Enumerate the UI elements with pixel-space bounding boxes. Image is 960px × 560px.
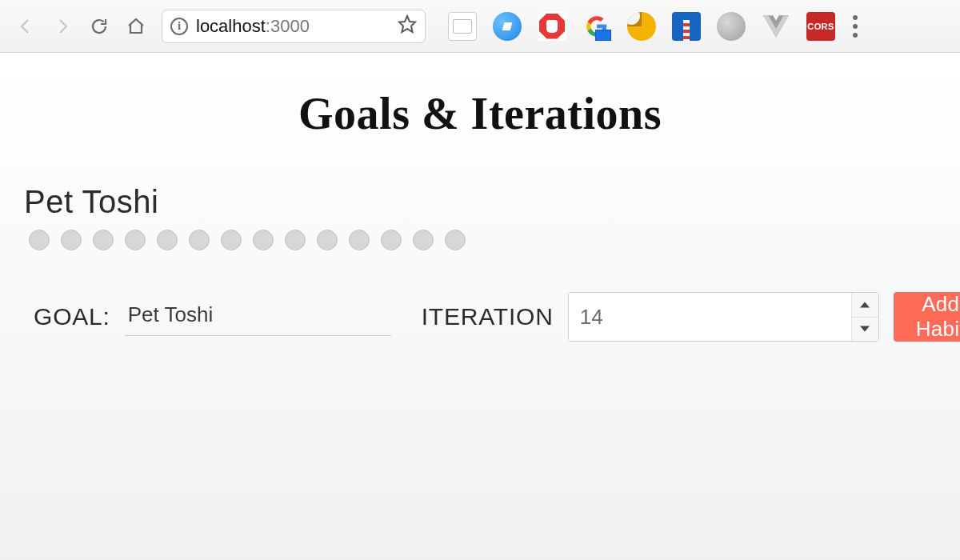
habit-dot[interactable] <box>381 230 402 250</box>
iteration-input[interactable] <box>569 293 851 341</box>
svg-marker-2 <box>860 326 870 332</box>
extension-card-icon[interactable] <box>448 12 477 41</box>
habit-block: Pet Toshi <box>19 184 941 250</box>
extension-vue-icon[interactable] <box>762 12 790 41</box>
extension-cors-icon[interactable]: CORS <box>806 12 835 41</box>
habit-dot[interactable] <box>253 230 274 250</box>
extension-adblock-icon[interactable] <box>538 12 566 41</box>
iteration-spinner <box>851 293 878 341</box>
habit-dot[interactable] <box>221 230 242 250</box>
goal-input[interactable] <box>125 298 391 336</box>
habit-dot[interactable] <box>125 230 146 250</box>
nav-icon-group <box>8 15 154 38</box>
habit-dot[interactable] <box>445 230 466 250</box>
habit-dot[interactable] <box>413 230 434 250</box>
back-button[interactable] <box>14 15 37 38</box>
extension-vimium-icon[interactable] <box>493 12 522 41</box>
iteration-stepper <box>568 292 879 342</box>
reload-button[interactable] <box>88 15 110 38</box>
browser-toolbar: i localhost:3000 CORS <box>0 0 960 53</box>
habit-dot[interactable] <box>29 230 50 250</box>
add-habit-button[interactable]: Add Habit <box>894 292 960 342</box>
extension-moon-icon[interactable] <box>627 12 656 41</box>
address-bar[interactable]: i localhost:3000 <box>162 10 426 43</box>
browser-menu-button[interactable] <box>853 15 858 38</box>
home-button[interactable] <box>125 15 147 38</box>
svg-marker-1 <box>860 302 870 307</box>
habit-name: Pet Toshi <box>24 184 936 220</box>
habit-dot[interactable] <box>349 230 370 250</box>
iteration-decrement-button[interactable] <box>852 318 878 342</box>
page-content: Goals & Iterations Pet Toshi GOAL: ITERA… <box>0 53 960 560</box>
habit-dot[interactable] <box>157 230 178 250</box>
site-info-icon[interactable]: i <box>170 18 188 35</box>
habit-dot[interactable] <box>189 230 210 250</box>
goal-label: GOAL: <box>34 303 110 330</box>
url-host: localhost:3000 <box>196 16 310 37</box>
bookmark-star-icon[interactable] <box>398 14 417 38</box>
habit-progress-dots <box>24 230 936 250</box>
habit-dot[interactable] <box>317 230 338 250</box>
page-title: Goals & Iterations <box>19 88 941 139</box>
forward-button[interactable] <box>51 15 74 38</box>
habit-dot[interactable] <box>61 230 82 250</box>
habit-dot[interactable] <box>285 230 306 250</box>
extension-lighthouse-icon[interactable] <box>672 12 701 41</box>
extension-circle-icon[interactable] <box>717 12 746 41</box>
svg-marker-0 <box>399 16 415 32</box>
habit-dot[interactable] <box>93 230 114 250</box>
extensions-row: CORS <box>448 12 835 41</box>
habit-form: GOAL: ITERATION Add Habit <box>19 292 941 342</box>
iteration-label: ITERATION <box>422 303 554 330</box>
iteration-increment-button[interactable] <box>852 293 878 318</box>
extension-google-translate-icon[interactable] <box>582 12 611 41</box>
